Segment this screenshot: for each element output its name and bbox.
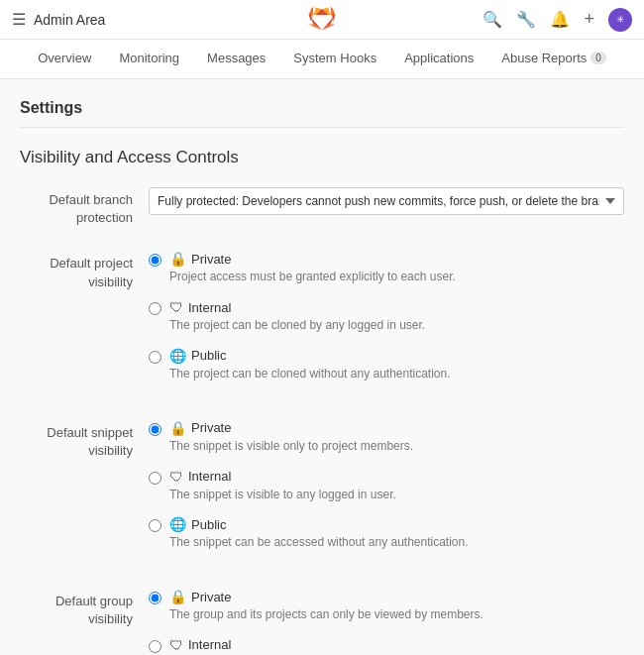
project-private-option: 🔒 Private Project access must be granted… (149, 251, 624, 285)
snippet-public-radio[interactable] (149, 519, 161, 532)
group-internal-radio[interactable] (149, 640, 161, 653)
nav-abuse-reports[interactable]: Abuse Reports 0 (489, 40, 618, 79)
nav-system-hooks[interactable]: System Hooks (281, 40, 388, 79)
secondary-nav: Overview Monitoring Messages System Hook… (0, 40, 644, 79)
project-public-desc: The project can be cloned without any au… (169, 366, 451, 382)
project-public-title: Public (191, 348, 226, 363)
group-private-radio[interactable] (149, 592, 161, 604)
snippet-internal-option: 🛡 Internal The snippet is visible to any… (149, 469, 624, 503)
snippet-public-title: Public (191, 517, 226, 532)
nav-monitoring[interactable]: Monitoring (107, 40, 191, 79)
snippet-public-globe-icon: 🌐 (169, 516, 186, 532)
snippet-public-desc: The snippet can be accessed without any … (169, 534, 469, 551)
menu-icon[interactable]: ☰ (12, 10, 26, 29)
project-visibility-content: 🔒 Private Project access must be granted… (149, 251, 624, 395)
content-area: Settings Visibility and Access Controls … (0, 79, 644, 655)
snippet-internal-shield-icon: 🛡 (169, 469, 183, 485)
group-internal-label-group: 🛡 Internal The group and any internal pr… (169, 637, 555, 655)
snippet-public-label-group: 🌐 Public The snippet can be accessed wit… (169, 516, 469, 551)
snippet-internal-title: Internal (188, 469, 231, 484)
project-visibility-label: Default projectvisibility (20, 251, 149, 290)
top-bar: ☰ Admin Area 🔍 🔧 🔔 + ✳ (0, 0, 644, 40)
snippet-private-title: Private (191, 420, 231, 435)
project-public-label-group: 🌐 Public The project can be cloned witho… (169, 348, 451, 382)
private-lock-icon: 🔒 (169, 251, 186, 267)
project-public-option: 🌐 Public The project can be cloned witho… (149, 348, 624, 382)
group-internal-title: Internal (188, 637, 231, 652)
project-visibility-row: Default projectvisibility 🔒 Private Proj… (20, 251, 624, 395)
top-bar-left: ☰ Admin Area (12, 10, 105, 29)
group-private-desc: The group and its projects can only be v… (169, 606, 483, 623)
snippet-internal-desc: The snippet is visible to any logged in … (169, 487, 396, 503)
branch-protection-row: Default branchprotection Fully protected… (20, 187, 624, 227)
public-globe-icon: 🌐 (169, 348, 186, 364)
project-private-title: Private (191, 252, 231, 267)
nav-messages[interactable]: Messages (195, 40, 277, 79)
project-private-label-group: 🔒 Private Project access must be granted… (169, 251, 456, 285)
branch-protection-select[interactable]: Fully protected: Developers cannot push … (149, 187, 624, 215)
project-internal-radio[interactable] (149, 302, 161, 315)
snippet-private-lock-icon: 🔒 (169, 420, 186, 436)
admin-area-label: Admin Area (34, 12, 105, 28)
snippet-private-radio[interactable] (149, 423, 161, 436)
bell-icon[interactable]: 🔔 (550, 10, 570, 29)
project-public-radio[interactable] (149, 351, 161, 364)
snippet-private-desc: The snippet is visible only to project m… (169, 438, 413, 455)
top-bar-right: 🔍 🔧 🔔 + ✳ (483, 8, 632, 32)
settings-title: Settings (20, 99, 624, 128)
group-internal-option: 🛡 Internal The group and any internal pr… (149, 637, 624, 655)
nav-applications[interactable]: Applications (392, 40, 485, 79)
project-internal-option: 🛡 Internal The project can be cloned by … (149, 299, 624, 334)
project-internal-desc: The project can be cloned by any logged … (169, 317, 425, 334)
group-private-title: Private (191, 590, 231, 604)
plus-icon[interactable]: + (584, 9, 594, 30)
group-visibility-label: Default groupvisibility (20, 589, 149, 628)
internal-shield-icon: 🛡 (169, 299, 183, 315)
abuse-reports-badge: 0 (590, 52, 606, 64)
snippet-private-label-group: 🔒 Private The snippet is visible only to… (169, 420, 413, 455)
search-icon[interactable]: 🔍 (483, 10, 502, 29)
group-private-lock-icon: 🔒 (169, 589, 186, 604)
snippet-visibility-content: 🔒 Private The snippet is visible only to… (149, 420, 624, 565)
group-visibility-content: 🔒 Private The group and its projects can… (149, 589, 624, 655)
branch-protection-label: Default branchprotection (20, 187, 149, 227)
gitlab-logo (307, 3, 337, 33)
wrench-icon[interactable]: 🔧 (516, 10, 536, 29)
group-internal-shield-icon: 🛡 (169, 637, 183, 653)
snippet-internal-radio[interactable] (149, 472, 161, 485)
branch-protection-content: Fully protected: Developers cannot push … (149, 187, 624, 215)
group-private-option: 🔒 Private The group and its projects can… (149, 589, 624, 623)
snippet-public-option: 🌐 Public The snippet can be accessed wit… (149, 516, 624, 551)
project-private-desc: Project access must be granted explicitl… (169, 269, 456, 285)
project-internal-label-group: 🛡 Internal The project can be cloned by … (169, 299, 425, 334)
snippet-visibility-label: Default snippetvisibility (20, 420, 149, 460)
project-internal-title: Internal (188, 300, 231, 315)
snippet-visibility-row: Default snippetvisibility 🔒 Private The … (20, 420, 624, 565)
nav-overview[interactable]: Overview (26, 40, 103, 79)
user-avatar[interactable]: ✳ (608, 8, 632, 32)
project-private-radio[interactable] (149, 254, 161, 267)
group-visibility-row: Default groupvisibility 🔒 Private The gr… (20, 589, 624, 655)
top-bar-center (307, 3, 337, 36)
snippet-internal-label-group: 🛡 Internal The snippet is visible to any… (169, 469, 396, 503)
snippet-private-option: 🔒 Private The snippet is visible only to… (149, 420, 624, 455)
section-title: Visibility and Access Controls (20, 148, 624, 167)
group-private-label-group: 🔒 Private The group and its projects can… (169, 589, 483, 623)
